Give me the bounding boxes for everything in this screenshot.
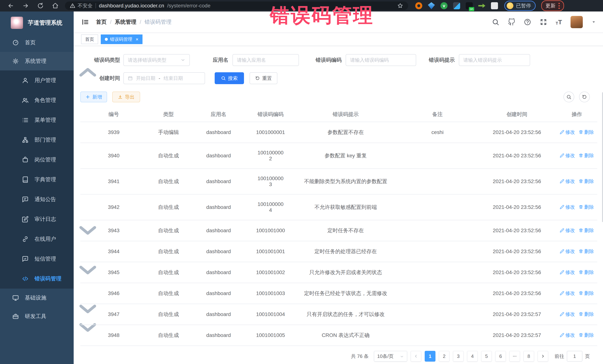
browser-menu-icon[interactable] bbox=[558, 3, 560, 9]
github-icon[interactable] bbox=[508, 18, 515, 26]
delete-link[interactable]: 删除 bbox=[579, 227, 594, 234]
sidebar-item-roles[interactable]: 角色管理 bbox=[0, 90, 74, 110]
page-button-8[interactable]: 8 bbox=[523, 351, 534, 362]
edit-link[interactable]: 修改 bbox=[560, 204, 575, 210]
sidebar-toggle-icon[interactable] bbox=[81, 18, 89, 26]
sidebar-item-dict[interactable]: 字典管理 bbox=[0, 170, 74, 189]
error-code-input[interactable] bbox=[350, 57, 412, 63]
user-avatar[interactable] bbox=[570, 16, 583, 28]
sidebar-item-menus[interactable]: 菜单管理 bbox=[0, 110, 74, 130]
page-button-4[interactable]: 4 bbox=[467, 351, 478, 362]
date-range-picker[interactable]: 开始日期 - 结束日期 bbox=[123, 72, 205, 84]
edit-link[interactable]: 修改 bbox=[560, 248, 575, 255]
edit-link[interactable]: 修改 bbox=[560, 178, 575, 185]
monitor-icon bbox=[12, 295, 19, 301]
browser-reload-icon[interactable] bbox=[37, 2, 44, 9]
export-button[interactable]: 导出 bbox=[112, 92, 140, 102]
extension-list-on-icon[interactable] bbox=[466, 2, 473, 9]
edit-link[interactable]: 修改 bbox=[560, 332, 575, 338]
browser-update-button[interactable]: 更新 bbox=[541, 0, 564, 11]
font-size-icon[interactable]: TT bbox=[556, 19, 562, 26]
delete-link[interactable]: 删除 bbox=[579, 311, 594, 318]
extension-orange-icon[interactable] bbox=[415, 2, 422, 9]
extensions-row: v bbox=[415, 2, 498, 9]
sidebar-item-online-users[interactable]: 在线用户 bbox=[0, 229, 74, 249]
extension-key-icon[interactable] bbox=[478, 2, 485, 9]
breadcrumb-home[interactable]: 首页 bbox=[96, 18, 107, 26]
help-icon[interactable] bbox=[524, 18, 531, 26]
more-pages-button[interactable] bbox=[509, 351, 520, 362]
page-size-select[interactable]: 10条/页 bbox=[374, 351, 407, 362]
avatar-caret-icon[interactable] bbox=[591, 20, 596, 24]
sidebar-item-depts[interactable]: 部门管理 bbox=[0, 130, 74, 150]
sidebar-item-users[interactable]: 用户管理 bbox=[0, 70, 74, 90]
sidebar-item-audit-log[interactable]: 审计日志 bbox=[0, 209, 74, 229]
browser-forward-icon[interactable] bbox=[22, 2, 29, 9]
error-code-table: 编号 类型 应用名 错误码编码 错误码提示 备注 创建时间 操作 3939手动编… bbox=[80, 107, 597, 346]
delete-link[interactable]: 删除 bbox=[579, 129, 594, 135]
delete-link[interactable]: 删除 bbox=[579, 248, 594, 255]
security-label: 不安全 bbox=[78, 2, 93, 9]
scrollbar[interactable] bbox=[602, 92, 603, 222]
edit-link[interactable]: 修改 bbox=[560, 227, 575, 234]
delete-link[interactable]: 删除 bbox=[579, 204, 594, 210]
tag-error-code[interactable]: 错误码管理 × bbox=[101, 34, 142, 44]
tag-home[interactable]: 首页 bbox=[81, 34, 98, 44]
active-tag-dot bbox=[105, 38, 108, 41]
sidebar-item-dev-tools[interactable]: 研发工具 bbox=[0, 307, 74, 326]
extensions-puzzle-icon[interactable] bbox=[491, 2, 498, 9]
browser-back-icon[interactable] bbox=[7, 2, 14, 9]
start-date-placeholder: 开始日期 bbox=[136, 75, 155, 82]
sidebar-item-sms[interactable]: 短信管理 bbox=[0, 249, 74, 269]
sidebar-item-system[interactable]: 系统管理 bbox=[0, 52, 74, 70]
list-icon bbox=[22, 117, 29, 123]
extension-grid-icon[interactable] bbox=[453, 2, 460, 9]
add-button[interactable]: 新增 bbox=[80, 92, 107, 102]
prev-page-button[interactable] bbox=[411, 351, 421, 362]
edit-link[interactable]: 修改 bbox=[560, 152, 575, 159]
col-type: 类型 bbox=[147, 107, 190, 122]
sidebar: 芋道管理系统 首页 系统管理 用户管理 角色管理 菜单管理 bbox=[0, 11, 74, 364]
sidebar-item-infra[interactable]: 基础设施 bbox=[0, 288, 74, 307]
sidebar-item-notice[interactable]: 通知公告 bbox=[0, 189, 74, 209]
page-button-1[interactable]: 1 bbox=[425, 351, 435, 362]
extension-green-icon[interactable]: v bbox=[441, 2, 448, 9]
edit-link[interactable]: 修改 bbox=[560, 269, 575, 276]
extension-blue-icon[interactable] bbox=[428, 2, 435, 9]
edit-link[interactable]: 修改 bbox=[560, 290, 575, 297]
goto-page-input[interactable] bbox=[567, 351, 582, 362]
browser-profile-pill[interactable]: 已暂停 bbox=[504, 1, 536, 11]
sidebar-item-posts[interactable]: 岗位管理 bbox=[0, 150, 74, 170]
delete-link[interactable]: 删除 bbox=[579, 290, 594, 297]
toggle-search-button[interactable] bbox=[564, 92, 574, 102]
header-search-icon[interactable] bbox=[492, 18, 499, 26]
browser-home-icon[interactable] bbox=[52, 2, 59, 9]
page-button-2[interactable]: 2 bbox=[439, 351, 450, 362]
reset-button[interactable]: 重置 bbox=[250, 72, 277, 84]
refresh-table-button[interactable] bbox=[579, 92, 590, 102]
table-row: 3939手动编辑 dashboard1001000001 参数配置不存在cesh… bbox=[80, 122, 597, 143]
security-warning[interactable]: 不安全 bbox=[70, 2, 93, 9]
delete-link[interactable]: 删除 bbox=[579, 152, 594, 159]
bookmark-star-icon[interactable] bbox=[397, 3, 403, 9]
page-button-5[interactable]: 5 bbox=[481, 351, 492, 362]
app-name-input[interactable] bbox=[237, 57, 294, 63]
sidebar-logo[interactable]: 芋道管理系统 bbox=[0, 11, 74, 33]
page-button-3[interactable]: 3 bbox=[453, 351, 464, 362]
delete-link[interactable]: 删除 bbox=[579, 269, 594, 276]
col-time: 创建时间 bbox=[477, 107, 557, 122]
next-page-button[interactable] bbox=[537, 351, 548, 362]
fullscreen-icon[interactable] bbox=[540, 18, 547, 26]
delete-link[interactable]: 删除 bbox=[579, 332, 594, 338]
error-type-select[interactable]: 请选择错误码类型 bbox=[123, 54, 190, 66]
tag-close-icon[interactable]: × bbox=[136, 37, 139, 42]
delete-link[interactable]: 删除 bbox=[579, 178, 594, 185]
error-hint-input[interactable] bbox=[463, 57, 526, 63]
search-button[interactable]: 搜索 bbox=[215, 72, 244, 84]
page-button-6[interactable]: 6 bbox=[495, 351, 506, 362]
sidebar-item-home[interactable]: 首页 bbox=[0, 33, 74, 52]
edit-link[interactable]: 修改 bbox=[560, 311, 575, 318]
sidebar-item-error-code[interactable]: 错误码管理 bbox=[0, 269, 74, 288]
edit-link[interactable]: 修改 bbox=[560, 129, 575, 135]
breadcrumb-system[interactable]: 系统管理 bbox=[115, 18, 136, 26]
